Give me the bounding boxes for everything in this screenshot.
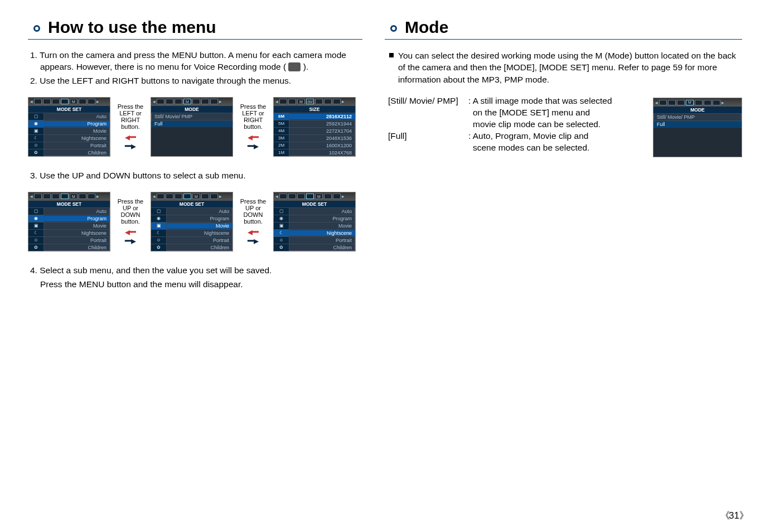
step-1-tail: ). [303, 62, 308, 71]
mode-program-icon: ◉ [28, 215, 44, 222]
tab-icon [43, 99, 51, 104]
tab-icon [288, 194, 296, 199]
list-item: Still/ Movie/ PMP [151, 114, 233, 119]
list-item: Portrait [44, 238, 110, 243]
step-2: 2. Use the LEFT and RIGHT buttons to nav… [40, 75, 362, 87]
chevron-right-icon: ▸ [342, 194, 345, 199]
size-val: 2592X1944 [289, 121, 355, 127]
list-item: Auto [167, 209, 233, 214]
tab-icon [324, 194, 332, 199]
list-item: Movie [44, 128, 110, 134]
menu-banner: MODE [151, 106, 233, 113]
tab-icon [43, 194, 51, 199]
tab-icon [52, 99, 60, 104]
size-val: 2272X1704 [289, 128, 355, 134]
intro-paragraph: You can select the desired working mode … [389, 50, 742, 85]
tab-bar: ◂ M ▸ [653, 98, 742, 107]
chevron-right-icon: ▸ [219, 194, 222, 199]
tab-icon [166, 99, 173, 104]
tab-icon-active [306, 194, 314, 199]
page-number-deco-icon: 《 [720, 510, 729, 521]
list-item: Program [289, 216, 355, 221]
list-item: Program [44, 121, 110, 127]
chevron-left-icon: ◂ [30, 194, 33, 199]
mode-children-icon: ✿ [274, 244, 289, 251]
mode-program-icon: ◉ [274, 215, 289, 222]
screen-mode-set-2c: ◂ M ▸ MODE SET ▢Auto ◉Program ▣Movie ☾Ni… [273, 192, 356, 252]
size-key: 2M [274, 142, 289, 149]
screens-row-1: ◂ M ▸ MODE SET ▢Auto ◉Program ▣Movie ☾Ni… [28, 97, 362, 157]
tab-icon [695, 100, 703, 105]
tab-icon-active [61, 99, 69, 104]
section-heading-right: Mode [385, 17, 742, 40]
list-item: Portrait [44, 143, 110, 148]
step-3: 3. Use the UP and DOWN buttons to select… [40, 170, 362, 182]
list-item: Portrait [167, 238, 233, 243]
mode-night-icon: ☾ [274, 230, 289, 236]
chevron-right-icon: ▸ [219, 99, 222, 104]
chevron-left-icon: ◂ [153, 194, 156, 199]
tab-icon-active: 6M [306, 99, 314, 104]
chevron-right-icon: ▸ [342, 99, 345, 104]
left-right-arrows-icon: ◂━━▸ [125, 228, 136, 245]
section-heading-left: How to use the menu [28, 17, 362, 40]
chevron-left-icon: ◂ [275, 194, 278, 199]
tab-icon [677, 100, 685, 105]
menu-banner: MODE SET [274, 201, 355, 207]
tab-icon [288, 99, 296, 104]
list-item: Movie [44, 223, 110, 229]
chevron-right-icon: ▸ [96, 99, 99, 104]
nav-instruction-4: Press the UP or DOWN button. ◂━━▸ [236, 198, 270, 245]
tab-icon [79, 194, 86, 199]
tab-icon [659, 100, 667, 105]
list-item: Program [167, 216, 233, 221]
tab-icon [166, 194, 173, 199]
list-item: Children [167, 245, 233, 250]
tab-icon: M [297, 99, 305, 104]
screen-mode: ◂ M ▸ MODE Still/ Movie/ PMP Full [151, 97, 233, 157]
left-right-arrows-icon: ◂━━▸ [248, 228, 259, 245]
chevron-left-icon: ◂ [153, 99, 156, 104]
screen-mode-set-2b: ◂ M ▸ MODE SET ▢Auto ◉Program ▣Movie ☾Ni… [151, 192, 233, 252]
mode-portrait-icon: ☺ [28, 142, 44, 149]
list-item: Children [44, 150, 110, 156]
def-val-1b: on the [MODE SET] menu and [468, 107, 590, 119]
tab-bar: ◂ M 6M ▸ [274, 98, 355, 106]
mode-movie-icon: ▣ [274, 223, 289, 229]
list-item: Auto [44, 114, 110, 119]
intro-text: You can select the desired working mode … [398, 50, 742, 85]
list-item: Auto [44, 209, 110, 214]
step-1: 1. Turn on the camera and press the MENU… [40, 50, 362, 73]
heading-bullet-icon [33, 25, 40, 32]
screen-mode-right: ◂ M ▸ MODE Still/ Movie/ PMP Full [653, 98, 742, 157]
left-right-arrows-icon: ◂━━▸ [248, 133, 259, 151]
list-item: Program [44, 216, 110, 221]
mode-auto-icon: ▢ [274, 208, 289, 215]
tab-icon: M [192, 194, 200, 199]
mode-children-icon: ✿ [151, 244, 167, 251]
mode-movie-icon: ▣ [28, 223, 44, 229]
tab-icon [713, 100, 720, 105]
tab-icon [704, 100, 711, 105]
page-number-deco-icon: 》 [739, 510, 748, 521]
voice-recording-icon [288, 62, 301, 71]
mode-night-icon: ☾ [28, 230, 44, 236]
menu-banner: MODE [653, 107, 742, 113]
def-key-2: [Full] [388, 130, 466, 142]
mode-children-icon: ✿ [28, 149, 44, 156]
mode-auto-icon: ▢ [28, 208, 44, 215]
right-column: Mode You can select the desired working … [385, 17, 742, 293]
tab-icon [52, 194, 60, 199]
tab-icon: M [70, 99, 78, 104]
nav-instruction-1: Press the LEFT or RIGHT button. ◂━━▸ [114, 103, 147, 151]
tab-icon [34, 99, 42, 104]
tab-icon [279, 99, 287, 104]
nav-text: Press the LEFT or RIGHT button. [114, 103, 147, 130]
def-val-1a: : A still image mode that was selected [468, 95, 612, 107]
size-key: 1M [274, 149, 289, 156]
tab-icon [210, 99, 218, 104]
tab-icon [279, 194, 287, 199]
empty-area [151, 127, 233, 156]
list-item: Still/ Movie/ PMP [653, 114, 742, 120]
square-bullet-icon [389, 53, 394, 57]
